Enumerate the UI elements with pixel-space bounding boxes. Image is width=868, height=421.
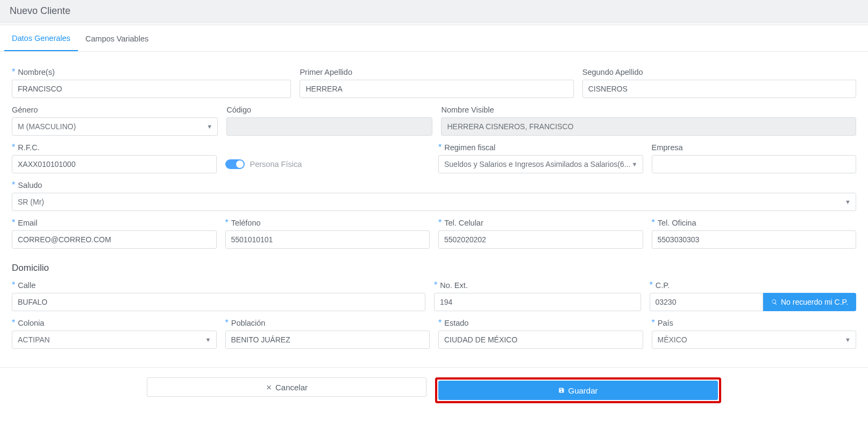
required-asterisk: * [12,143,15,152]
label-segundo-apellido-text: Segundo Apellido [582,68,643,76]
label-empresa: Empresa [652,143,857,152]
label-genero: Género [12,106,218,114]
label-no-ext: *No. Ext. [434,281,641,290]
label-regimen-text: Regimen fiscal [444,143,495,152]
primer-apellido-input[interactable] [300,80,573,98]
label-rfc-text: R.F.C. [18,143,39,152]
codigo-input [226,117,432,136]
empresa-input[interactable] [652,155,857,173]
label-colonia-text: Colonia [18,319,44,327]
label-regimen: *Regimen fiscal [438,143,643,152]
label-nombre-visible: Nombre Visible [441,106,856,114]
cancel-label: Cancelar [275,383,308,392]
label-genero-text: Género [12,106,38,114]
required-asterisk: * [12,281,15,290]
colonia-select[interactable] [12,331,217,349]
no-recuerdo-cp-label: No recuerdo mi C.P. [781,298,848,306]
required-asterisk: * [12,68,15,76]
label-primer-apellido: Primer Apellido [300,68,573,76]
required-asterisk: * [438,143,442,152]
label-no-ext-text: No. Ext. [440,281,468,290]
estado-input[interactable] [438,331,643,349]
email-input[interactable] [12,230,217,249]
label-empresa-text: Empresa [652,143,683,152]
label-nombres: *Nombre(s) [12,68,291,76]
required-asterisk: * [12,219,15,227]
section-domicilio-title: Domicilio [12,263,856,273]
regimen-fiscal-select[interactable] [438,155,643,173]
segundo-apellido-input[interactable] [582,80,856,98]
label-calle: *Calle [12,281,425,290]
required-asterisk: * [652,219,655,227]
label-saludo-text: Saludo [18,181,42,190]
label-rfc: *R.F.C. [12,143,217,152]
poblacion-input[interactable] [225,331,430,349]
label-tel-oficina: *Tel. Oficina [652,219,857,227]
pais-select[interactable] [652,331,857,349]
label-pais-text: País [658,319,673,327]
label-poblacion-text: Población [231,319,266,327]
label-tel-oficina-text: Tel. Oficina [658,219,696,227]
required-asterisk: * [438,319,442,327]
nombres-input[interactable] [12,80,291,98]
label-codigo: Código [226,106,432,114]
required-asterisk: * [12,181,15,190]
footer-divider [0,367,868,368]
label-persona-fisica-spacer [225,143,430,152]
label-poblacion: *Población [225,319,430,327]
no-recuerdo-cp-button[interactable]: No recuerdo mi C.P. [763,293,856,311]
label-cp: *C.P. [650,281,857,290]
required-asterisk: * [650,281,653,290]
label-email: *Email [12,219,217,227]
label-primer-apellido-text: Primer Apellido [300,68,352,76]
label-saludo: *Saludo [12,181,856,190]
label-calle-text: Calle [18,281,35,290]
calle-input[interactable] [12,293,425,311]
cp-input[interactable] [650,293,763,311]
tel-celular-input[interactable] [438,230,643,249]
required-asterisk: * [652,319,655,327]
no-ext-input[interactable] [434,293,641,311]
tab-datos-generales[interactable]: Datos Generales [4,25,78,51]
search-icon [771,299,778,305]
cancel-button[interactable]: Cancelar [147,377,426,397]
label-tel-celular: *Tel. Celular [438,219,643,227]
label-email-text: Email [18,219,37,227]
save-icon [558,387,565,394]
tab-campos-variables[interactable]: Campos Variables [78,25,156,51]
save-label: Guardar [568,386,597,395]
save-highlight-ring: Guardar [435,377,721,403]
close-icon [266,384,272,390]
rfc-input[interactable] [12,155,217,173]
label-codigo-text: Código [226,106,251,114]
label-estado-text: Estado [444,319,468,327]
tel-oficina-input[interactable] [652,230,857,249]
saludo-select[interactable] [12,193,856,211]
telefono-input[interactable] [225,230,430,249]
save-button[interactable]: Guardar [438,381,718,400]
label-segundo-apellido: Segundo Apellido [582,68,856,76]
required-asterisk: * [225,319,229,327]
label-telefono-text: Teléfono [231,219,261,227]
persona-fisica-label: Persona Física [250,160,302,169]
required-asterisk: * [438,219,442,227]
form-body: *Nombre(s) Primer Apellido Segundo Apell… [0,52,868,354]
nombre-visible-input [441,117,856,136]
required-asterisk: * [434,281,437,290]
required-asterisk: * [12,319,15,327]
footer-actions: Cancelar Guardar [0,377,868,416]
label-telefono: *Teléfono [225,219,430,227]
tab-bar: Datos Generales Campos Variables [0,25,868,52]
label-tel-celular-text: Tel. Celular [444,219,483,227]
required-asterisk: * [225,219,229,227]
persona-fisica-toggle[interactable] [225,159,245,169]
label-nombre-visible-text: Nombre Visible [441,106,494,114]
page-title: Nuevo Cliente [0,0,868,22]
genero-select[interactable] [12,117,218,136]
label-nombres-text: Nombre(s) [18,68,54,76]
label-pais: *País [652,319,857,327]
label-estado: *Estado [438,319,643,327]
label-colonia: *Colonia [12,319,217,327]
label-cp-text: C.P. [656,281,670,290]
